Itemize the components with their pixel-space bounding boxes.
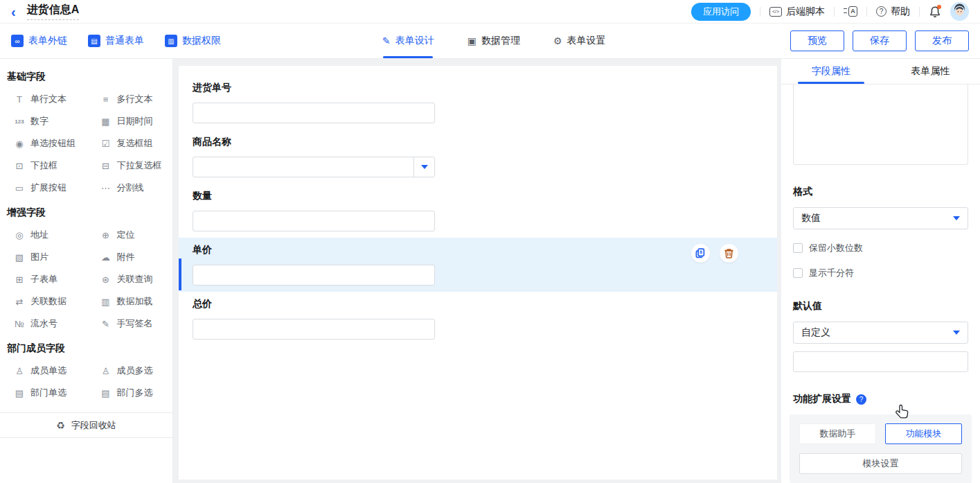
field-type-label: 地址 [30,229,48,241]
single-line-text-icon: T [14,94,25,105]
checkbox-unchecked-icon[interactable] [793,268,803,278]
module-settings-button[interactable]: 模块设置 [799,453,962,474]
text-input[interactable] [193,265,435,286]
field-label: 总价 [193,298,763,310]
mode-external-link[interactable]: ∞ 表单外链 [11,35,67,47]
app-access-button[interactable]: 应用访问 [691,3,751,21]
field-description-textarea[interactable] [793,85,968,165]
user-avatar[interactable] [950,2,969,21]
canvas-field-product-name[interactable]: 商品名称 [179,130,777,184]
default-value-select[interactable]: 自定义 [793,322,968,344]
sidebar-items-grid: T单行文本≡多行文本123数字▦日期时间◉单选按钮组☑复选框组⊡下拉框⊟下拉复选… [0,88,172,199]
field-type-item[interactable]: ⊟下拉复选框 [87,155,173,177]
address-icon: ◎ [14,230,25,240]
page-title[interactable]: 进货信息A [27,3,80,20]
field-type-item[interactable]: ▭扩展按钮 [0,177,87,199]
form-canvas[interactable]: 进货单号 商品名称 数量 单价 [179,66,777,480]
field-type-label: 数据加载 [117,295,153,308]
field-type-item[interactable]: №流水号 [0,313,87,335]
field-type-item[interactable]: ⊡下拉框 [0,155,87,177]
format-select[interactable]: 数值 [793,207,968,229]
canvas-field-total-price[interactable]: 总价 [179,292,777,346]
function-module-button[interactable]: 功能模块 [885,423,962,444]
data-assistant-button[interactable]: 数据助手 [799,423,876,444]
form-toolbar: ∞ 表单外链 ▤ 普通表单 ▥ 数据权限 ✎ 表单设计 ▣ 数据管理 ⚙ 表单设… [0,24,980,59]
save-button[interactable]: 保存 [853,30,907,51]
field-type-item[interactable]: ⊛关联查询 [87,268,173,290]
field-type-label: 关联查询 [117,273,153,286]
field-type-item[interactable]: ♙成员多选 [87,360,173,382]
field-type-item[interactable]: ☑复选框组 [87,132,173,155]
tab-form-settings[interactable]: ⚙ 表单设置 [553,24,606,58]
duplicate-field-button[interactable] [691,244,710,263]
field-palette-sidebar: 基础字段T单行文本≡多行文本123数字▦日期时间◉单选按钮组☑复选框组⊡下拉框⊟… [0,59,173,483]
preview-button[interactable]: 预览 [790,30,844,51]
select-value [193,157,413,177]
divider [834,7,835,17]
field-type-label: 关联数据 [30,295,66,308]
divider [866,7,867,17]
checkbox-unchecked-icon[interactable] [793,243,803,253]
canvas-field-purchase-no[interactable]: 进货单号 [179,76,777,130]
field-type-item[interactable]: ▥数据加载 [87,290,173,313]
delete-field-button[interactable] [720,244,738,263]
question-icon: ? [876,6,887,17]
mode-plain-form[interactable]: ▤ 普通表单 [88,35,144,47]
field-type-item[interactable]: ▦日期时间 [87,110,173,132]
tab-data-manage[interactable]: ▣ 数据管理 [467,24,520,58]
field-type-item[interactable]: ▤部门单选 [0,382,87,404]
field-type-item[interactable]: ⊕定位 [87,224,173,246]
top-bar: ‹ 进货信息A 应用访问 </> 后端脚本 A ? 帮助 [0,0,980,24]
mode-data-permission[interactable]: ▥ 数据权限 [165,35,221,47]
extension-help-icon[interactable]: ? [856,394,866,405]
divider [919,7,920,17]
decimal-digits-option[interactable]: 保留小数位数 [793,242,968,254]
field-type-item[interactable]: ◎地址 [0,224,87,246]
field-type-item[interactable]: ☁附件 [87,246,173,268]
notification-bell-icon[interactable] [929,6,941,18]
thousand-separator-option[interactable]: 显示千分符 [793,267,968,279]
radio-group-icon: ◉ [14,139,25,149]
field-type-item[interactable]: ▧图片 [0,246,87,268]
signature-icon: ✎ [100,319,112,329]
field-recycle-bin[interactable]: ♻字段回收站 [0,412,172,438]
select-input[interactable] [193,157,435,177]
language-button[interactable]: A [844,6,857,17]
field-type-label: 单行文本 [30,93,66,105]
tab-field-properties[interactable]: 字段属性 [781,59,881,84]
field-label: 进货单号 [193,82,763,94]
default-value-input[interactable] [793,351,968,372]
field-type-item[interactable]: 123数字 [0,110,87,132]
field-type-item[interactable]: ⊞子表单 [0,268,87,290]
field-type-item[interactable]: ⇄关联数据 [0,290,87,313]
field-type-item[interactable]: ⋯分割线 [87,177,173,199]
number-icon: 123 [14,118,25,125]
field-type-item[interactable]: T单行文本 [0,88,87,110]
checkbox-group-icon: ☑ [100,139,112,149]
field-type-item[interactable]: ▤部门多选 [87,382,173,404]
field-type-item[interactable]: ≡多行文本 [87,88,173,110]
field-type-label: 流水号 [30,317,57,330]
canvas-field-unit-price-selected[interactable]: 单价 [179,238,777,292]
field-type-label: 日期时间 [117,115,153,128]
field-type-label: 分割线 [117,182,144,194]
tab-form-properties[interactable]: 表单属性 [881,59,980,84]
text-input[interactable] [193,211,435,231]
field-type-item[interactable]: ♙成员单选 [0,360,87,382]
select-arrow-button[interactable] [413,157,434,177]
field-type-label: 成员单选 [30,365,66,377]
publish-button[interactable]: 发布 [915,30,969,51]
field-type-item[interactable]: ✎手写签名 [87,313,173,335]
help-button[interactable]: ? 帮助 [876,6,910,18]
field-type-item[interactable]: ◉单选按钮组 [0,132,87,155]
chevron-down-icon [953,331,960,335]
canvas-field-quantity[interactable]: 数量 [179,184,777,238]
tab-form-design[interactable]: ✎ 表单设计 [382,24,434,58]
text-input[interactable] [193,319,435,340]
field-type-label: 成员多选 [117,365,153,377]
back-icon[interactable]: ‹ [11,5,16,19]
text-input[interactable] [193,103,435,123]
sidebar-items-grid: ♙成员单选♙成员多选▤部门单选▤部门多选 [0,360,172,404]
backend-script-button[interactable]: </> 后端脚本 [769,6,825,18]
default-value-section-label: 默认值 [793,300,968,313]
